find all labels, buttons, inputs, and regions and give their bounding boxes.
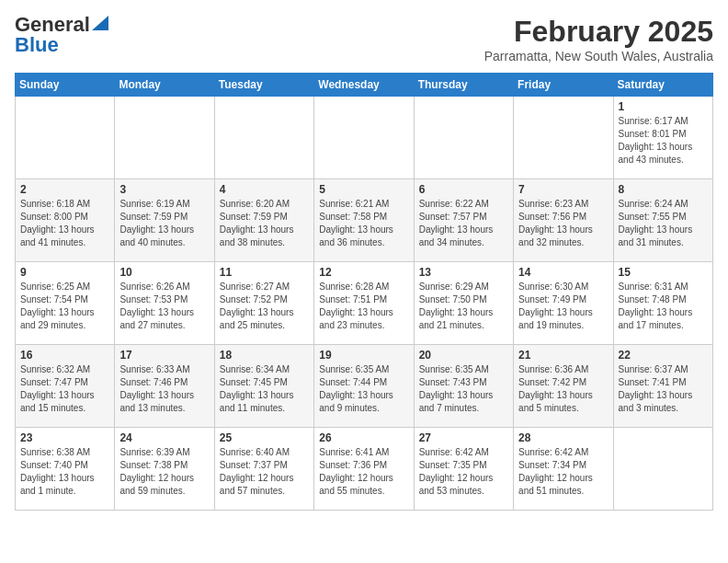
weekday-header-row: SundayMondayTuesdayWednesdayThursdayFrid… — [16, 74, 713, 97]
day-info: Sunrise: 6:38 AM Sunset: 7:40 PM Dayligh… — [20, 446, 109, 498]
day-number: 22 — [619, 349, 708, 362]
calendar-cell: 27Sunrise: 6:42 AM Sunset: 7:35 PM Dayli… — [414, 428, 513, 511]
weekday-header-friday: Friday — [514, 74, 613, 97]
calendar-cell: 11Sunrise: 6:27 AM Sunset: 7:52 PM Dayli… — [214, 262, 313, 345]
day-info: Sunrise: 6:33 AM Sunset: 7:46 PM Dayligh… — [119, 363, 209, 415]
logo-general: General — [15, 15, 90, 35]
calendar-cell — [214, 97, 313, 179]
day-number: 25 — [220, 431, 309, 444]
calendar-cell: 12Sunrise: 6:28 AM Sunset: 7:51 PM Dayli… — [314, 262, 414, 345]
day-info: Sunrise: 6:18 AM Sunset: 8:00 PM Dayligh… — [20, 198, 109, 249]
day-info: Sunrise: 6:28 AM Sunset: 7:51 PM Dayligh… — [319, 281, 408, 332]
svg-marker-0 — [92, 16, 108, 30]
title-block: February 2025 Parramatta, New South Wale… — [484, 15, 713, 63]
day-info: Sunrise: 6:42 AM Sunset: 7:35 PM Dayligh… — [419, 446, 508, 498]
calendar-cell: 14Sunrise: 6:30 AM Sunset: 7:49 PM Dayli… — [514, 262, 613, 345]
calendar-cell — [613, 428, 712, 511]
calendar-cell: 15Sunrise: 6:31 AM Sunset: 7:48 PM Dayli… — [613, 262, 712, 345]
day-number: 6 — [419, 183, 508, 196]
day-info: Sunrise: 6:27 AM Sunset: 7:52 PM Dayligh… — [220, 281, 309, 332]
calendar-table: SundayMondayTuesdayWednesdayThursdayFrid… — [15, 73, 713, 511]
logo-blue: Blue — [15, 35, 59, 55]
calendar-cell: 1Sunrise: 6:17 AM Sunset: 8:01 PM Daylig… — [613, 97, 712, 179]
calendar-cell: 20Sunrise: 6:35 AM Sunset: 7:43 PM Dayli… — [414, 345, 513, 428]
calendar-cell — [115, 97, 214, 179]
weekday-header-wednesday: Wednesday — [314, 74, 414, 97]
calendar-cell: 23Sunrise: 6:38 AM Sunset: 7:40 PM Dayli… — [16, 428, 115, 511]
day-number: 9 — [20, 266, 109, 279]
day-number: 3 — [119, 183, 209, 196]
weekday-header-monday: Monday — [115, 74, 214, 97]
day-number: 17 — [119, 349, 209, 362]
calendar-cell: 13Sunrise: 6:29 AM Sunset: 7:50 PM Dayli… — [414, 262, 513, 345]
day-info: Sunrise: 6:34 AM Sunset: 7:45 PM Dayligh… — [220, 363, 309, 415]
week-row-1: 1Sunrise: 6:17 AM Sunset: 8:01 PM Daylig… — [16, 97, 713, 179]
month-title: February 2025 — [484, 15, 713, 49]
logo: General Blue — [15, 15, 108, 55]
calendar-cell: 24Sunrise: 6:39 AM Sunset: 7:38 PM Dayli… — [115, 428, 214, 511]
day-number: 2 — [20, 183, 109, 196]
day-number: 26 — [319, 431, 408, 444]
day-info: Sunrise: 6:29 AM Sunset: 7:50 PM Dayligh… — [419, 281, 508, 332]
calendar-cell — [16, 97, 115, 179]
calendar-cell: 6Sunrise: 6:22 AM Sunset: 7:57 PM Daylig… — [414, 179, 513, 262]
calendar-cell — [314, 97, 414, 179]
day-number: 14 — [518, 266, 608, 279]
day-number: 10 — [119, 266, 209, 279]
calendar-cell: 22Sunrise: 6:37 AM Sunset: 7:41 PM Dayli… — [613, 345, 712, 428]
day-number: 8 — [619, 183, 708, 196]
day-info: Sunrise: 6:42 AM Sunset: 7:34 PM Dayligh… — [518, 446, 608, 498]
day-number: 15 — [619, 266, 708, 279]
day-number: 1 — [619, 100, 708, 113]
calendar-cell: 3Sunrise: 6:19 AM Sunset: 7:59 PM Daylig… — [115, 179, 214, 262]
calendar-cell: 4Sunrise: 6:20 AM Sunset: 7:59 PM Daylig… — [214, 179, 313, 262]
calendar-cell — [514, 97, 613, 179]
calendar-cell: 2Sunrise: 6:18 AM Sunset: 8:00 PM Daylig… — [16, 179, 115, 262]
week-row-2: 2Sunrise: 6:18 AM Sunset: 8:00 PM Daylig… — [16, 179, 713, 262]
day-number: 5 — [319, 183, 408, 196]
day-info: Sunrise: 6:24 AM Sunset: 7:55 PM Dayligh… — [619, 198, 708, 249]
day-info: Sunrise: 6:25 AM Sunset: 7:54 PM Dayligh… — [20, 281, 109, 332]
day-number: 20 — [419, 349, 508, 362]
day-info: Sunrise: 6:30 AM Sunset: 7:49 PM Dayligh… — [518, 281, 608, 332]
day-number: 4 — [220, 183, 309, 196]
day-info: Sunrise: 6:41 AM Sunset: 7:36 PM Dayligh… — [319, 446, 408, 498]
weekday-header-thursday: Thursday — [414, 74, 513, 97]
day-info: Sunrise: 6:20 AM Sunset: 7:59 PM Dayligh… — [220, 198, 309, 249]
calendar-cell: 16Sunrise: 6:32 AM Sunset: 7:47 PM Dayli… — [16, 345, 115, 428]
calendar-cell: 26Sunrise: 6:41 AM Sunset: 7:36 PM Dayli… — [314, 428, 414, 511]
day-number: 23 — [20, 431, 109, 444]
day-number: 24 — [119, 431, 209, 444]
weekday-header-saturday: Saturday — [613, 74, 712, 97]
page-header: General Blue February 2025 Parramatta, N… — [15, 15, 713, 63]
calendar-cell: 19Sunrise: 6:35 AM Sunset: 7:44 PM Dayli… — [314, 345, 414, 428]
day-number: 21 — [518, 349, 608, 362]
day-info: Sunrise: 6:32 AM Sunset: 7:47 PM Dayligh… — [20, 363, 109, 415]
calendar-cell: 10Sunrise: 6:26 AM Sunset: 7:53 PM Dayli… — [115, 262, 214, 345]
calendar-cell: 5Sunrise: 6:21 AM Sunset: 7:58 PM Daylig… — [314, 179, 414, 262]
day-number: 12 — [319, 266, 408, 279]
week-row-3: 9Sunrise: 6:25 AM Sunset: 7:54 PM Daylig… — [16, 262, 713, 345]
day-info: Sunrise: 6:31 AM Sunset: 7:48 PM Dayligh… — [619, 281, 708, 332]
day-info: Sunrise: 6:35 AM Sunset: 7:44 PM Dayligh… — [319, 363, 408, 415]
day-number: 16 — [20, 349, 109, 362]
day-number: 27 — [419, 431, 508, 444]
day-info: Sunrise: 6:21 AM Sunset: 7:58 PM Dayligh… — [319, 198, 408, 249]
calendar-cell — [414, 97, 513, 179]
week-row-5: 23Sunrise: 6:38 AM Sunset: 7:40 PM Dayli… — [16, 428, 713, 511]
day-number: 13 — [419, 266, 508, 279]
day-info: Sunrise: 6:36 AM Sunset: 7:42 PM Dayligh… — [518, 363, 608, 415]
day-number: 19 — [319, 349, 408, 362]
day-info: Sunrise: 6:23 AM Sunset: 7:56 PM Dayligh… — [518, 198, 608, 249]
calendar-cell: 9Sunrise: 6:25 AM Sunset: 7:54 PM Daylig… — [16, 262, 115, 345]
day-info: Sunrise: 6:19 AM Sunset: 7:59 PM Dayligh… — [119, 198, 209, 249]
location: Parramatta, New South Wales, Australia — [484, 49, 713, 63]
calendar-cell: 17Sunrise: 6:33 AM Sunset: 7:46 PM Dayli… — [115, 345, 214, 428]
day-info: Sunrise: 6:40 AM Sunset: 7:37 PM Dayligh… — [220, 446, 309, 498]
week-row-4: 16Sunrise: 6:32 AM Sunset: 7:47 PM Dayli… — [16, 345, 713, 428]
day-info: Sunrise: 6:26 AM Sunset: 7:53 PM Dayligh… — [119, 281, 209, 332]
calendar-cell: 25Sunrise: 6:40 AM Sunset: 7:37 PM Dayli… — [214, 428, 313, 511]
day-number: 7 — [518, 183, 608, 196]
day-info: Sunrise: 6:17 AM Sunset: 8:01 PM Dayligh… — [619, 115, 708, 167]
calendar-cell: 28Sunrise: 6:42 AM Sunset: 7:34 PM Dayli… — [514, 428, 613, 511]
